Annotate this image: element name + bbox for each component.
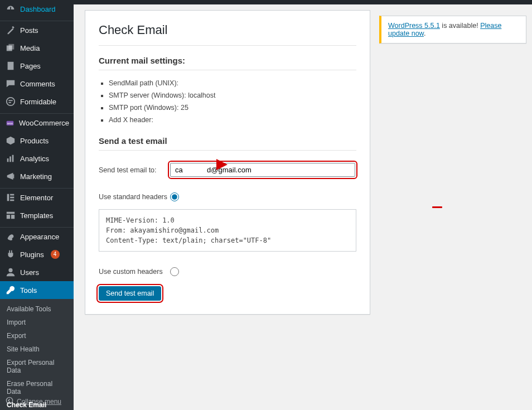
plugins-icon	[6, 249, 16, 259]
send-email-row: Send test email to:	[99, 163, 356, 177]
sidebar-item-label: Posts	[20, 26, 38, 35]
sidebar-item-marketing[interactable]: Marketing	[0, 167, 74, 185]
svg-point-21	[8, 268, 12, 272]
sidebar-item-label: Users	[20, 268, 39, 277]
annotation-red-dash	[432, 206, 442, 208]
custom-headers-label: Use custom headers	[99, 268, 170, 276]
submenu-item-import[interactable]: Import	[0, 316, 74, 329]
svg-rect-14	[7, 194, 9, 201]
settings-list-item: Add X header:	[109, 114, 356, 126]
current-settings-heading: Current mail settings:	[99, 56, 356, 70]
sidebar-item-woocommerce[interactable]: wooWooCommerce	[0, 114, 74, 132]
svg-point-28	[6, 397, 12, 403]
send-email-label: Send test email to:	[99, 166, 170, 174]
collapse-menu-label: Collapse menu	[17, 398, 61, 406]
setting-value: localhost	[188, 91, 215, 99]
sidebar-item-label: Marketing	[20, 172, 52, 181]
formidable-icon	[6, 97, 16, 107]
sidebar-item-analytics[interactable]: Analytics	[0, 149, 74, 167]
setting-value: 25	[181, 104, 188, 112]
dashboard-icon	[6, 4, 16, 14]
setting-label: Add X header:	[109, 116, 153, 124]
standard-headers-radio[interactable]	[170, 192, 179, 201]
submenu-item-export-personal-data[interactable]: Export Personal Data	[0, 356, 74, 377]
notice-mid-text: is available!	[440, 22, 480, 30]
sidebar-item-tools[interactable]: Tools	[0, 281, 74, 299]
sidebar-item-label: Media	[20, 44, 40, 52]
admin-sidebar: DashboardPostsMediaPagesCommentsFormidab…	[0, 0, 74, 410]
setting-label: SendMail path (UNIX):	[109, 79, 178, 87]
svg-rect-4	[8, 62, 14, 70]
analytics-icon	[6, 153, 16, 163]
svg-rect-3	[8, 44, 14, 50]
setting-label: SMTP port (Windows):	[109, 104, 181, 112]
settings-list-item: SMTP port (Windows): 25	[109, 102, 356, 114]
settings-list-item: SMTP server (Windows): localhost	[109, 89, 356, 102]
svg-rect-6	[8, 100, 12, 101]
standard-headers-row: Use standard headers	[99, 192, 356, 201]
sidebar-item-users[interactable]: Users	[0, 263, 74, 281]
svg-rect-7	[8, 102, 11, 103]
svg-rect-18	[7, 212, 14, 214]
sidebar-item-label: Templates	[20, 211, 53, 220]
submenu-item-export[interactable]: Export	[0, 329, 74, 343]
svg-point-5	[7, 98, 14, 105]
admin-top-bar	[0, 0, 532, 4]
sidebar-item-templates[interactable]: Templates	[0, 206, 74, 224]
notice-tail: .	[424, 30, 425, 37]
standard-headers-label: Use standard headers	[99, 193, 170, 201]
svg-rect-11	[9, 156, 11, 162]
send-test-email-button[interactable]: Send test email	[99, 286, 161, 301]
svg-rect-1	[12, 26, 14, 28]
wordpress-version-link[interactable]: WordPress 5.5.1	[388, 22, 440, 30]
sidebar-item-label: Elementor	[20, 194, 53, 202]
svg-rect-15	[10, 194, 14, 196]
sidebar-item-appearance[interactable]: Appearance	[0, 228, 74, 245]
settings-list-item: SendMail path (UNIX):	[109, 77, 356, 89]
svg-rect-20	[11, 215, 14, 219]
sidebar-item-label: Analytics	[20, 155, 49, 163]
comments-icon	[6, 79, 16, 89]
svg-rect-12	[12, 155, 14, 162]
send-test-heading: Send a test email	[99, 136, 356, 151]
sidebar-item-media[interactable]: Media	[0, 39, 74, 57]
sidebar-item-label: Formidable	[20, 98, 56, 106]
test-email-input[interactable]	[170, 163, 355, 177]
appearance-icon	[6, 231, 16, 242]
check-email-panel: Check Email Current mail settings: SendM…	[85, 10, 370, 315]
templates-icon	[6, 210, 16, 220]
sidebar-item-pages[interactable]: Pages	[0, 57, 74, 75]
sidebar-item-posts[interactable]: Posts	[0, 21, 74, 39]
sidebar-item-label: Comments	[20, 80, 55, 88]
setting-label: SMTP server (Windows):	[109, 91, 188, 99]
submenu-item-site-health[interactable]: Site Health	[0, 343, 74, 356]
wordpress-update-notice: WordPress 5.5.1 is available! Please upd…	[379, 16, 526, 44]
sidebar-badge: 4	[51, 250, 60, 259]
tools-icon	[6, 285, 16, 295]
marketing-icon	[6, 171, 16, 181]
sidebar-item-elementor[interactable]: Elementor	[0, 189, 74, 206]
sidebar-item-label: Plugins	[20, 250, 44, 259]
custom-headers-radio[interactable]	[170, 267, 179, 276]
page-title: Check Email	[99, 23, 356, 46]
sidebar-item-formidable[interactable]: Formidable	[0, 93, 74, 110]
users-icon	[6, 267, 16, 277]
custom-headers-row: Use custom headers	[99, 267, 356, 276]
svg-rect-17	[10, 200, 14, 201]
sidebar-item-plugins[interactable]: Plugins4	[0, 245, 74, 263]
svg-rect-13	[13, 174, 14, 178]
collapse-icon	[6, 397, 13, 406]
svg-rect-19	[7, 215, 10, 219]
sidebar-item-label: Dashboard	[20, 5, 56, 13]
sidebar-item-label: Pages	[20, 62, 41, 70]
woocommerce-icon: woo	[6, 118, 14, 128]
sidebar-item-products[interactable]: Products	[0, 132, 74, 149]
main-content: Check Email Current mail settings: SendM…	[74, 4, 532, 326]
svg-text:woo: woo	[7, 122, 13, 125]
collapse-menu-button[interactable]: Collapse menu	[0, 393, 74, 410]
sidebar-item-dashboard[interactable]: Dashboard	[0, 0, 74, 18]
sidebar-item-comments[interactable]: Comments	[0, 75, 74, 93]
pages-icon	[6, 61, 16, 71]
current-settings-list: SendMail path (UNIX): SMTP server (Windo…	[109, 77, 356, 126]
submenu-item-available-tools[interactable]: Available Tools	[0, 302, 74, 316]
